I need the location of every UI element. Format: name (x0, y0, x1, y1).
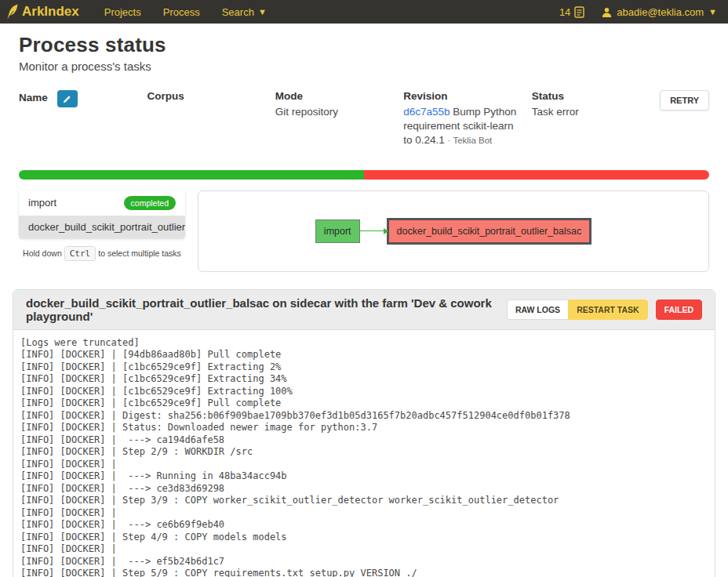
retry-button[interactable]: RETRY (660, 90, 709, 111)
ctrl-key: Ctrl (64, 246, 96, 261)
page-title: Process status (19, 33, 709, 57)
revision-hash-link[interactable]: d6c7a55b (403, 106, 450, 118)
nav-item-projects[interactable]: Projects (96, 3, 149, 21)
brand-logo[interactable]: ArkIndex (6, 4, 79, 20)
graph-node-import[interactable]: import (315, 220, 360, 243)
task-list: import completed docker_build_scikit_por… (19, 191, 185, 238)
navbar-right: 14 abadie@teklia.com ▼ (559, 6, 717, 18)
page-subtitle: Monitor a process's tasks (19, 60, 709, 73)
nav-item-process[interactable]: Process (155, 3, 208, 21)
user-email: abadie@teklia.com (617, 6, 704, 18)
log-text: [Logs were truncated] [INFO] [DOCKER] | … (20, 337, 708, 577)
task-graph: import docker_build_scikit_portrait_outl… (198, 191, 709, 272)
log-output: [Logs were truncated] [INFO] [DOCKER] | … (13, 330, 715, 577)
status-badge: completed (124, 196, 176, 210)
task-name: docker_build_scikit_portrait_outlier_bal… (28, 221, 185, 233)
detail-name: Name (19, 90, 147, 107)
nav-item-search[interactable]: Search▼ (214, 3, 275, 21)
task-log-panel: docker_build_scikit_portrait_outlier_bal… (13, 289, 715, 577)
task-row-docker-build[interactable]: docker_build_scikit_portrait_outlier_bal… (19, 216, 185, 238)
mode-value: Git repository (275, 105, 403, 119)
raw-logs-button[interactable]: RAW LOGS (507, 299, 568, 320)
progress-failed-segment (364, 170, 709, 180)
task-list-column: import completed docker_build_scikit_por… (19, 191, 185, 261)
multi-select-hint: Hold downCtrlto select multiple tasks (19, 246, 185, 261)
feather-icon (6, 4, 19, 20)
document-icon (574, 6, 584, 18)
name-label: Name (19, 92, 48, 103)
detail-mode: Mode Git repository (275, 90, 403, 119)
user-icon (602, 7, 612, 17)
graph-node-docker-build[interactable]: docker_build_scikit_portrait_outlier_bal… (387, 218, 592, 245)
restart-task-button[interactable]: RESTART TASK (568, 299, 648, 320)
detail-corpus: Corpus (147, 90, 275, 105)
corpus-label: Corpus (147, 90, 275, 102)
task-row-import[interactable]: import completed (19, 191, 185, 216)
graph-edge-arrow (360, 230, 387, 232)
document-count[interactable]: 14 (559, 6, 584, 18)
detail-revision: Revision d6c7a55b Bump Python requiremen… (403, 90, 531, 148)
edit-name-button[interactable] (57, 90, 78, 107)
main-content: Process status Monitor a process's tasks… (0, 24, 728, 272)
user-menu[interactable]: abadie@teklia.com ▼ (602, 6, 717, 18)
process-progress-bar (19, 170, 709, 180)
top-navbar: ArkIndex Projects Process Search▼ 14 (0, 0, 728, 24)
chevron-down-icon: ▼ (258, 8, 267, 16)
pencil-icon (63, 95, 71, 103)
progress-completed-segment (19, 170, 364, 180)
task-name: import (28, 197, 56, 209)
nav-links: Projects Process Search▼ (96, 3, 275, 21)
revision-author: · Teklia Bot (448, 136, 493, 145)
revision-label: Revision (403, 90, 520, 102)
mode-label: Mode (275, 90, 403, 102)
status-label: Status (532, 90, 660, 102)
chevron-down-icon: ▼ (708, 8, 717, 16)
failed-status-button[interactable]: FAILED (656, 299, 702, 320)
process-details: Name Corpus Mode Git repository Revision… (19, 90, 709, 148)
tasks-section: import completed docker_build_scikit_por… (19, 191, 709, 272)
status-value: Task error (532, 105, 660, 119)
log-header: docker_build_scikit_portrait_outlier_bal… (13, 290, 715, 330)
brand-name: ArkIndex (22, 4, 79, 20)
log-title: docker_build_scikit_portrait_outlier_bal… (26, 296, 507, 323)
detail-status: Status Task error (532, 90, 660, 119)
